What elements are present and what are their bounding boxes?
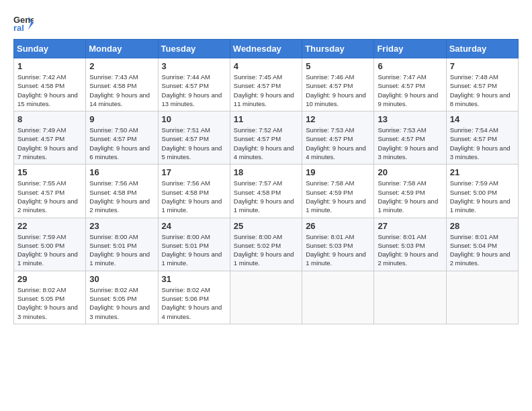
cell-info: Sunrise: 7:47 AM Sunset: 4:57 PM Dayligh… — [378, 73, 442, 108]
calendar-cell: 11 Sunrise: 7:52 AM Sunset: 4:57 PM Dayl… — [230, 111, 302, 165]
day-number: 3 — [162, 61, 226, 71]
logo: Gene ral — [13, 13, 36, 32]
cell-info: Sunrise: 7:49 AM Sunset: 4:57 PM Dayligh… — [17, 126, 82, 161]
day-number: 10 — [162, 114, 226, 124]
cell-info: Sunrise: 7:52 AM Sunset: 4:57 PM Dayligh… — [234, 126, 298, 161]
cell-info: Sunrise: 8:02 AM Sunset: 5:05 PM Dayligh… — [17, 285, 82, 321]
day-number: 5 — [306, 61, 370, 71]
calendar-cell: 23 Sunrise: 8:00 AM Sunset: 5:01 PM Dayl… — [86, 218, 158, 271]
day-number: 23 — [89, 221, 154, 231]
cell-info: Sunrise: 7:48 AM Sunset: 4:57 PM Dayligh… — [450, 73, 515, 108]
day-number: 11 — [234, 114, 298, 124]
cell-info: Sunrise: 7:58 AM Sunset: 4:59 PM Dayligh… — [306, 179, 370, 214]
day-number: 17 — [162, 167, 226, 177]
cell-info: Sunrise: 7:58 AM Sunset: 4:59 PM Dayligh… — [378, 179, 442, 214]
day-number: 1 — [17, 61, 82, 71]
day-number: 7 — [450, 61, 515, 71]
calendar-cell: 21 Sunrise: 7:59 AM Sunset: 5:00 PM Dayl… — [446, 165, 518, 218]
cell-info: Sunrise: 8:00 AM Sunset: 5:02 PM Dayligh… — [234, 232, 298, 268]
col-header-friday: Friday — [374, 40, 446, 58]
calendar-cell: 7 Sunrise: 7:48 AM Sunset: 4:57 PM Dayli… — [446, 58, 518, 111]
day-number: 31 — [162, 274, 226, 284]
day-number: 6 — [378, 61, 442, 71]
calendar-cell: 30 Sunrise: 8:02 AM Sunset: 5:05 PM Dayl… — [86, 271, 158, 324]
cell-info: Sunrise: 7:55 AM Sunset: 4:57 PM Dayligh… — [17, 179, 82, 214]
calendar-cell: 15 Sunrise: 7:55 AM Sunset: 4:57 PM Dayl… — [14, 165, 86, 218]
cell-info: Sunrise: 7:50 AM Sunset: 4:57 PM Dayligh… — [89, 126, 154, 161]
day-number: 14 — [450, 114, 515, 124]
day-number: 28 — [450, 221, 515, 231]
day-number: 18 — [234, 167, 298, 177]
calendar-cell: 22 Sunrise: 7:59 AM Sunset: 5:00 PM Dayl… — [14, 218, 86, 271]
calendar-cell: 9 Sunrise: 7:50 AM Sunset: 4:57 PM Dayli… — [86, 111, 158, 165]
cell-info: Sunrise: 8:02 AM Sunset: 5:05 PM Dayligh… — [89, 285, 154, 321]
calendar-cell: 13 Sunrise: 7:53 AM Sunset: 4:57 PM Dayl… — [374, 111, 446, 165]
day-number: 19 — [306, 167, 370, 177]
calendar-cell: 6 Sunrise: 7:47 AM Sunset: 4:57 PM Dayli… — [374, 58, 446, 111]
calendar-cell: 29 Sunrise: 8:02 AM Sunset: 5:05 PM Dayl… — [14, 271, 86, 324]
day-number: 27 — [378, 221, 442, 231]
col-header-thursday: Thursday — [302, 40, 374, 58]
calendar-cell — [230, 271, 302, 324]
calendar-cell: 4 Sunrise: 7:45 AM Sunset: 4:57 PM Dayli… — [230, 58, 302, 111]
calendar-cell: 12 Sunrise: 7:53 AM Sunset: 4:57 PM Dayl… — [302, 111, 374, 165]
cell-info: Sunrise: 8:00 AM Sunset: 5:01 PM Dayligh… — [162, 232, 226, 268]
calendar-cell: 28 Sunrise: 8:01 AM Sunset: 5:04 PM Dayl… — [446, 218, 518, 271]
day-number: 2 — [89, 61, 154, 71]
cell-info: Sunrise: 7:53 AM Sunset: 4:57 PM Dayligh… — [378, 126, 442, 161]
calendar-week-2: 8 Sunrise: 7:49 AM Sunset: 4:57 PM Dayli… — [14, 111, 519, 165]
calendar-cell: 17 Sunrise: 7:56 AM Sunset: 4:58 PM Dayl… — [158, 165, 230, 218]
cell-info: Sunrise: 7:57 AM Sunset: 4:58 PM Dayligh… — [234, 179, 298, 214]
calendar-cell: 27 Sunrise: 8:01 AM Sunset: 5:03 PM Dayl… — [374, 218, 446, 271]
cell-info: Sunrise: 7:42 AM Sunset: 4:58 PM Dayligh… — [17, 73, 82, 108]
cell-info: Sunrise: 8:02 AM Sunset: 5:06 PM Dayligh… — [162, 285, 226, 321]
day-number: 8 — [17, 114, 82, 124]
calendar-cell — [374, 271, 446, 324]
day-number: 20 — [378, 167, 442, 177]
col-header-wednesday: Wednesday — [230, 40, 302, 58]
calendar-cell: 10 Sunrise: 7:51 AM Sunset: 4:57 PM Dayl… — [158, 111, 230, 165]
day-number: 21 — [450, 167, 515, 177]
cell-info: Sunrise: 8:00 AM Sunset: 5:01 PM Dayligh… — [89, 232, 154, 268]
calendar-cell: 26 Sunrise: 8:01 AM Sunset: 5:03 PM Dayl… — [302, 218, 374, 271]
calendar-cell: 3 Sunrise: 7:44 AM Sunset: 4:57 PM Dayli… — [158, 58, 230, 111]
day-number: 22 — [17, 221, 82, 231]
calendar-cell — [446, 271, 518, 324]
calendar-cell: 1 Sunrise: 7:42 AM Sunset: 4:58 PM Dayli… — [14, 58, 86, 111]
calendar-cell: 18 Sunrise: 7:57 AM Sunset: 4:58 PM Dayl… — [230, 165, 302, 218]
calendar-cell: 25 Sunrise: 8:00 AM Sunset: 5:02 PM Dayl… — [230, 218, 302, 271]
col-header-tuesday: Tuesday — [158, 40, 230, 58]
col-header-saturday: Saturday — [446, 40, 518, 58]
calendar-cell: 2 Sunrise: 7:43 AM Sunset: 4:58 PM Dayli… — [86, 58, 158, 111]
cell-info: Sunrise: 7:59 AM Sunset: 5:00 PM Dayligh… — [17, 232, 82, 268]
cell-info: Sunrise: 8:01 AM Sunset: 5:04 PM Dayligh… — [450, 232, 515, 268]
cell-info: Sunrise: 7:51 AM Sunset: 4:57 PM Dayligh… — [162, 126, 226, 161]
day-number: 25 — [234, 221, 298, 231]
cell-info: Sunrise: 8:01 AM Sunset: 5:03 PM Dayligh… — [306, 232, 370, 268]
day-number: 24 — [162, 221, 226, 231]
cell-info: Sunrise: 7:59 AM Sunset: 5:00 PM Dayligh… — [450, 179, 515, 214]
calendar-week-3: 15 Sunrise: 7:55 AM Sunset: 4:57 PM Dayl… — [14, 165, 519, 218]
day-number: 30 — [89, 274, 154, 284]
col-header-sunday: Sunday — [14, 40, 86, 58]
calendar-cell: 8 Sunrise: 7:49 AM Sunset: 4:57 PM Dayli… — [14, 111, 86, 165]
day-number: 12 — [306, 114, 370, 124]
logo-icon: Gene ral — [13, 13, 34, 32]
calendar-week-4: 22 Sunrise: 7:59 AM Sunset: 5:00 PM Dayl… — [14, 218, 519, 271]
calendar-cell: 31 Sunrise: 8:02 AM Sunset: 5:06 PM Dayl… — [158, 271, 230, 324]
day-number: 16 — [89, 167, 154, 177]
calendar-table: SundayMondayTuesdayWednesdayThursdayFrid… — [13, 39, 519, 324]
cell-info: Sunrise: 7:56 AM Sunset: 4:58 PM Dayligh… — [89, 179, 154, 214]
calendar-cell: 5 Sunrise: 7:46 AM Sunset: 4:57 PM Dayli… — [302, 58, 374, 111]
cell-info: Sunrise: 7:46 AM Sunset: 4:57 PM Dayligh… — [306, 73, 370, 108]
calendar-cell: 20 Sunrise: 7:58 AM Sunset: 4:59 PM Dayl… — [374, 165, 446, 218]
calendar-cell: 19 Sunrise: 7:58 AM Sunset: 4:59 PM Dayl… — [302, 165, 374, 218]
calendar-cell — [302, 271, 374, 324]
calendar-week-1: 1 Sunrise: 7:42 AM Sunset: 4:58 PM Dayli… — [14, 58, 519, 111]
day-number: 4 — [234, 61, 298, 71]
day-number: 26 — [306, 221, 370, 231]
day-number: 29 — [17, 274, 82, 284]
calendar-week-5: 29 Sunrise: 8:02 AM Sunset: 5:05 PM Dayl… — [14, 271, 519, 324]
day-number: 15 — [17, 167, 82, 177]
cell-info: Sunrise: 7:43 AM Sunset: 4:58 PM Dayligh… — [89, 73, 154, 108]
